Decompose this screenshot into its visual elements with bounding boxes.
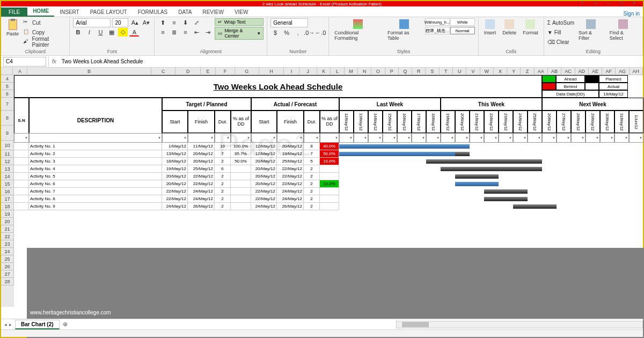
cell-tp-2[interactable]: 50.0% [231,158,251,165]
align-center-button[interactable]: ≣ [169,28,179,36]
format-painter-button[interactable]: Format Painter [23,38,66,46]
col-M[interactable]: M [345,68,358,75]
close-icon[interactable]: ✕ [632,1,640,6]
row-28[interactable]: 28 [1,278,14,285]
cell-sn-8[interactable] [14,203,29,210]
cell-ap-0[interactable]: 40.0% [320,143,339,150]
cell-ap-1[interactable]: 50.0% [320,150,339,158]
col-AB[interactable]: AB [548,68,561,75]
col-Y[interactable]: Y [507,68,521,75]
sheet-nav-last-icon[interactable]: ▸ [9,322,12,327]
col-AD[interactable]: AD [575,68,589,75]
col-U[interactable]: U [453,68,466,75]
cell-td-5[interactable]: 2 [215,180,231,188]
decrease-font-button[interactable]: A▾ [141,18,151,27]
cell-tf-2[interactable]: 20/May/12 [188,158,215,165]
filter-dropdown-8[interactable] [304,133,320,143]
filter-dropdown-0[interactable] [14,133,29,143]
col-AE[interactable]: AE [589,68,602,75]
cell-af-5[interactable]: 22/May/12 [277,180,304,188]
formula-input[interactable] [60,57,643,67]
filter-dropdown-day-5[interactable] [412,133,426,143]
filter-dropdown-day-20[interactable] [629,133,643,143]
cell-tf-7[interactable]: 24/May/12 [188,195,215,203]
autosum-button[interactable]: Σ AutoSum [547,18,574,27]
cell-ts-6[interactable]: 22/May/12 [162,188,188,195]
increase-font-button[interactable]: A▴ [130,18,140,27]
cell-as-2[interactable]: 20/May/12 [251,158,277,165]
filter-dropdown-day-10[interactable] [484,133,499,143]
cell-desc-8[interactable]: Activity No. 9 [29,203,162,210]
filter-dropdown-1[interactable] [29,133,162,143]
tab-formulas[interactable]: FORMULAS [133,8,173,17]
col-O[interactable]: O [371,68,385,75]
filter-dropdown-3[interactable] [188,133,215,143]
col-N[interactable]: N [358,68,371,75]
filter-dropdown-6[interactable] [251,133,277,143]
col-L[interactable]: L [331,68,344,75]
cell-tf-0[interactable]: 11/May/12 [188,143,215,150]
cell-ts-1[interactable]: 13/May/12 [162,150,188,158]
col-AF[interactable]: AF [602,68,616,75]
cell-ad-1[interactable]: 7 [304,150,320,158]
cell-ts-0[interactable]: 1/May/12 [162,143,188,150]
row-16[interactable]: 16 [1,188,14,195]
merge-center-button[interactable]: ▭Merge & Center ▾ [215,27,264,40]
cell-sn-6[interactable] [14,188,29,195]
filter-dropdown-day-11[interactable] [499,133,513,143]
clear-button[interactable]: ⌫ Clear [547,38,574,46]
sort-filter-button[interactable]: Sort & Filter [576,18,605,42]
sheet-nav-first-icon[interactable]: ◂ [4,322,7,327]
col-I[interactable]: I [284,68,299,75]
cell-af-8[interactable]: 26/May/12 [277,203,304,210]
cell-af-1[interactable]: 19/May/12 [277,150,304,158]
percent-button[interactable]: % [282,28,291,37]
border-button[interactable]: ▦ [107,28,116,36]
cell-af-7[interactable]: 24/May/12 [277,195,304,203]
row-10[interactable]: 10 [1,141,14,150]
cell-tf-6[interactable]: 24/May/12 [188,188,215,195]
row-6[interactable]: 6 [1,90,14,98]
cell-sn-1[interactable] [14,150,29,158]
cell-tp-0[interactable]: 100.0% [231,143,251,150]
conditional-formatting-button[interactable]: Conditional Formatting [332,18,383,42]
cell-ad-0[interactable]: 8 [304,143,320,150]
cell-desc-1[interactable]: Activity No. 2 [29,150,162,158]
align-bottom-button[interactable]: ⬇ [180,18,190,27]
align-left-button[interactable]: ≡ [158,28,167,36]
row-14[interactable]: 14 [1,173,14,180]
cell-sn-2[interactable] [14,158,29,165]
cell-as-6[interactable]: 22/May/12 [251,188,277,195]
cell-ap-8[interactable] [320,203,339,210]
row-23[interactable]: 23 [1,240,14,248]
cut-button[interactable]: Cut [23,18,66,27]
underline-button[interactable]: U [96,28,105,36]
col-A[interactable]: A [13,68,27,75]
align-middle-button[interactable]: ≡ [169,18,179,27]
cell-ad-3[interactable]: 2 [304,165,320,173]
filter-dropdown-4[interactable] [215,133,231,143]
delete-cells-button[interactable]: Delete [500,18,518,36]
cell-ts-7[interactable]: 22/May/12 [162,195,188,203]
filter-dropdown-day-15[interactable] [557,133,571,143]
paste-button[interactable]: Paste [4,18,21,38]
cell-af-0[interactable]: 20/May/12 [277,143,304,150]
col-H[interactable]: H [259,68,284,75]
cell-tp-6[interactable] [231,188,251,195]
row-17[interactable]: 17 [1,195,14,203]
row-20[interactable]: 20 [1,218,14,225]
filter-dropdown-day-14[interactable] [542,133,557,143]
col-T[interactable]: T [440,68,453,75]
filter-dropdown-day-16[interactable] [571,133,586,143]
cell-desc-4[interactable]: Activity No. 5 [29,173,162,180]
cell-desc-7[interactable]: Activity No. 8 [29,195,162,203]
cell-ap-3[interactable] [320,165,339,173]
col-K[interactable]: K [317,68,331,75]
row-13[interactable]: 13 [1,165,14,173]
cell-as-8[interactable]: 24/May/12 [251,203,277,210]
tab-insert[interactable]: INSERT [54,8,85,17]
align-top-button[interactable]: ⬆ [158,18,167,27]
filter-dropdown-day-0[interactable] [339,133,354,143]
cell-ts-5[interactable]: 20/May/12 [162,180,188,188]
cell-af-3[interactable]: 22/May/12 [277,165,304,173]
